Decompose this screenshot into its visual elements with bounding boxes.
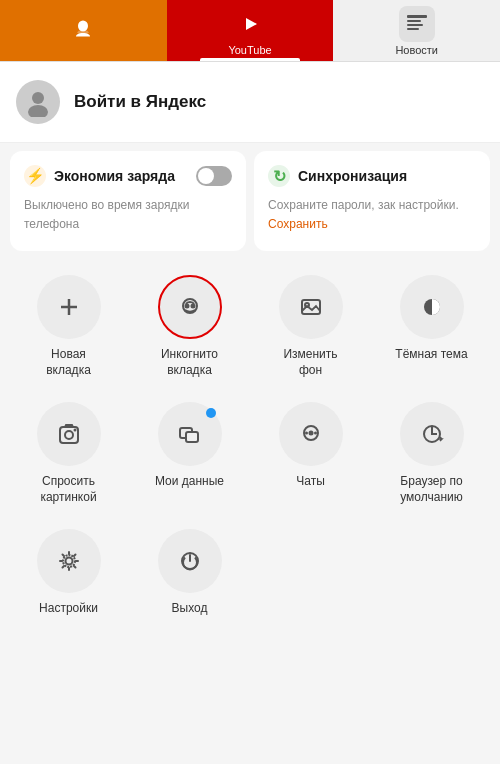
- svg-point-13: [191, 305, 194, 308]
- economy-card-header: ⚡ Экономия заряда: [24, 165, 232, 187]
- economy-icon: ⚡: [24, 165, 46, 187]
- dark-theme-label: Тёмная тема: [395, 347, 467, 363]
- economy-title: Экономия заряда: [54, 168, 175, 184]
- settings-label: Настройки: [39, 601, 98, 617]
- ok-icon: [65, 12, 101, 48]
- svg-rect-20: [186, 432, 198, 442]
- novosti-icon: [399, 6, 435, 42]
- logout-label: Выход: [172, 601, 208, 617]
- my-data-label: Мои данные: [155, 474, 224, 490]
- default-browser-icon-circle: [400, 402, 464, 466]
- grid-section: Новаявкладка Инкогнитовкладка: [0, 267, 500, 625]
- bookmark-novosti[interactable]: Новости: [333, 0, 500, 61]
- incognito-icon-circle: [158, 275, 222, 339]
- new-tab-label: Новаявкладка: [46, 347, 91, 378]
- search-by-image-label: Спроситькартинкой: [40, 474, 96, 505]
- bookmark-odnoklassniki[interactable]: [0, 0, 167, 61]
- grid-item-change-bg[interactable]: Изменитьфон: [252, 267, 369, 386]
- economy-toggle[interactable]: [196, 166, 232, 186]
- sync-link[interactable]: Сохранить: [268, 217, 328, 231]
- change-bg-label: Изменитьфон: [283, 347, 337, 378]
- svg-point-0: [78, 20, 88, 31]
- grid-item-search-by-image[interactable]: Спроситькартинкой: [10, 394, 127, 513]
- economy-desc: Выключено во время зарядки телефона: [24, 198, 190, 231]
- svg-rect-6: [407, 28, 419, 30]
- logout-icon-circle: [158, 529, 222, 593]
- grid-item-logout[interactable]: Выход: [131, 521, 248, 625]
- svg-point-18: [73, 429, 76, 432]
- svg-point-24: [314, 432, 317, 435]
- my-data-icon-circle: [158, 402, 222, 466]
- change-bg-icon-circle: [279, 275, 343, 339]
- chats-icon-circle: [279, 402, 343, 466]
- svg-point-22: [308, 431, 313, 436]
- svg-rect-4: [407, 20, 421, 22]
- grid-item-settings[interactable]: Настройки: [10, 521, 127, 625]
- avatar: [16, 80, 60, 124]
- grid-item-my-data[interactable]: Мои данные: [131, 394, 248, 513]
- youtube-icon: [232, 6, 268, 42]
- economy-card: ⚡ Экономия заряда Выключено во время зар…: [10, 151, 246, 251]
- svg-point-8: [28, 105, 48, 117]
- grid-item-default-browser[interactable]: Браузер по умолчанию: [373, 394, 490, 513]
- search-by-image-icon-circle: [37, 402, 101, 466]
- youtube-underline: [200, 58, 300, 61]
- grid: Новаявкладка Инкогнитовкладка: [10, 267, 490, 625]
- sync-card: ↻ Синхронизация Сохраните пароли, зак на…: [254, 151, 490, 251]
- grid-item-dark-theme[interactable]: Тёмная тема: [373, 267, 490, 386]
- sync-card-header: ↻ Синхронизация: [268, 165, 476, 187]
- sync-desc: Сохраните пароли, зак настройки. Сохрани…: [268, 198, 459, 231]
- svg-rect-3: [407, 15, 427, 18]
- bookmark-youtube[interactable]: YouTube: [167, 0, 334, 61]
- grid-item-incognito[interactable]: Инкогнитовкладка: [131, 267, 248, 386]
- sync-title: Синхронизация: [298, 168, 407, 184]
- grid-item-chats[interactable]: Чаты: [252, 394, 369, 513]
- settings-icon-circle: [37, 529, 101, 593]
- cards-row: ⚡ Экономия заряда Выключено во время зар…: [0, 151, 500, 251]
- youtube-label: YouTube: [228, 44, 271, 56]
- svg-point-7: [32, 92, 44, 104]
- svg-point-12: [185, 305, 188, 308]
- default-browser-label: Браузер по умолчанию: [375, 474, 488, 505]
- dark-theme-icon-circle: [400, 275, 464, 339]
- grid-item-new-tab[interactable]: Новаявкладка: [10, 267, 127, 386]
- svg-point-17: [65, 431, 73, 439]
- svg-point-23: [305, 432, 308, 435]
- new-tab-icon-circle: [37, 275, 101, 339]
- my-data-badge: [206, 408, 216, 418]
- signin-label: Войти в Яндекс: [74, 92, 206, 112]
- incognito-label: Инкогнитовкладка: [161, 347, 218, 378]
- sync-icon: ↻: [268, 165, 290, 187]
- svg-rect-5: [407, 24, 423, 26]
- novosti-label: Новости: [395, 44, 438, 56]
- chats-label: Чаты: [296, 474, 325, 490]
- top-bookmark-bar: YouTube Новости: [0, 0, 500, 62]
- svg-point-26: [65, 558, 72, 565]
- signin-section[interactable]: Войти в Яндекс: [0, 62, 500, 143]
